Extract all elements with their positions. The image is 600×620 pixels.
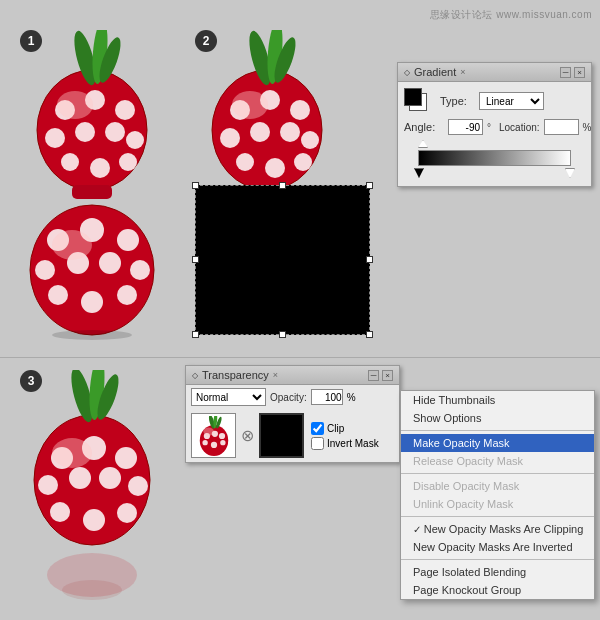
vase1-container: 1 (20, 30, 165, 340)
transparency-panel: ◇ Transparency × ─ × Normal Opacity: % (185, 365, 400, 463)
svg-point-24 (48, 285, 68, 305)
svg-point-10 (119, 153, 137, 171)
menu-item-new-clipping[interactable]: New Opacity Masks Are Clipping (401, 520, 594, 538)
thumb-vase-svg (194, 416, 234, 456)
gradient-type-row: Type: Linear (404, 88, 585, 114)
transparency-close-btn[interactable]: × (382, 370, 393, 381)
svg-point-52 (50, 502, 70, 522)
svg-point-35 (280, 122, 300, 142)
blend-opacity-row: Normal Opacity: % (186, 385, 399, 409)
menu-item-disable-opacity-mask: Disable Opacity Mask (401, 477, 594, 495)
clip-label: Clip (327, 423, 344, 434)
menu-item-hide-thumbnails[interactable]: Hide Thumbnails (401, 391, 594, 409)
invert-checkbox-row: Invert Mask (311, 437, 379, 450)
menu-item-page-knockout[interactable]: Page Knockout Group (401, 581, 594, 599)
badge-2: 2 (195, 30, 217, 52)
svg-point-22 (99, 252, 121, 274)
transparency-panel-titlebar: ◇ Transparency × ─ × (186, 366, 399, 385)
gradient-panel-title: ◇ Gradient × (404, 66, 465, 78)
gradient-title-text: Gradient (414, 66, 456, 78)
gradient-preview-rect (195, 185, 370, 335)
angle-input[interactable] (448, 119, 483, 135)
gradient-tab-indicator: × (460, 67, 465, 77)
vase3-container: 3 (20, 370, 165, 600)
top-section: 1 (0, 20, 600, 360)
mask-thumbnail[interactable] (259, 413, 304, 458)
gradient-bar[interactable] (418, 150, 571, 166)
clip-checkbox[interactable] (311, 422, 324, 435)
gradient-bar-container (404, 140, 585, 178)
gradient-minimize-btn[interactable]: ─ (560, 67, 571, 78)
chain-link-icon: ⊗ (241, 426, 254, 445)
svg-point-11 (57, 91, 93, 119)
opacity-input[interactable] (311, 389, 343, 405)
menu-item-show-options[interactable]: Show Options (401, 409, 594, 427)
transparency-minimize-btn[interactable]: ─ (368, 370, 379, 381)
svg-point-34 (250, 122, 270, 142)
clip-checkbox-row: Clip (311, 422, 379, 435)
gradient-panel-titlebar: ◇ Gradient × ─ × (398, 63, 591, 82)
menu-divider-3 (401, 516, 594, 517)
svg-point-68 (203, 427, 214, 435)
gradient-stop-top[interactable] (418, 140, 428, 148)
gradient-color-swatch (404, 88, 432, 114)
svg-point-19 (117, 229, 139, 251)
menu-divider-2 (401, 473, 594, 474)
separator-line (0, 357, 600, 358)
svg-point-27 (52, 230, 92, 260)
svg-rect-15 (72, 185, 112, 199)
gradient-stop-white[interactable] (565, 168, 575, 178)
vase-thumbnail[interactable] (191, 413, 236, 458)
invert-checkbox[interactable] (311, 437, 324, 450)
badge-1: 1 (20, 30, 42, 52)
svg-point-54 (117, 503, 137, 523)
gradient-close-btn[interactable]: × (574, 67, 585, 78)
vase2-container: 2 (195, 30, 340, 205)
svg-point-53 (83, 509, 105, 531)
svg-point-7 (126, 131, 144, 149)
thumbnail-row: ⊗ Clip Invert Mask (186, 409, 399, 462)
svg-point-25 (81, 291, 103, 313)
svg-point-36 (301, 131, 319, 149)
gradient-angle-row: Angle: ° Location: % (404, 119, 585, 135)
vase3-svg (20, 370, 165, 600)
location-label: Location: (499, 122, 540, 133)
gradient-panel: ◇ Gradient × ─ × Type: Linear (397, 62, 592, 187)
svg-point-67 (220, 440, 225, 445)
svg-point-9 (90, 158, 110, 178)
menu-item-new-inverted[interactable]: New Opacity Masks Are Inverted (401, 538, 594, 556)
location-input[interactable] (544, 119, 579, 135)
mask-options: Clip Invert Mask (311, 422, 379, 450)
svg-point-55 (52, 438, 92, 468)
badge-3: 3 (20, 370, 42, 392)
menu-item-unlink-opacity-mask: Unlink Opacity Mask (401, 495, 594, 513)
svg-point-23 (130, 260, 150, 280)
svg-point-47 (115, 447, 137, 469)
menu-item-make-opacity-mask[interactable]: Make Opacity Mask (401, 434, 594, 452)
degree-symbol: ° (487, 122, 491, 133)
opacity-percent: % (347, 392, 356, 403)
trans-panel-icon: ◇ (192, 371, 198, 380)
svg-point-32 (290, 100, 310, 120)
menu-divider-4 (401, 559, 594, 560)
svg-point-33 (220, 128, 240, 148)
gradient-type-select[interactable]: Linear (479, 92, 544, 110)
gradient-panel-content: Type: Linear Angle: ° Location: % (398, 82, 591, 186)
svg-point-50 (99, 467, 121, 489)
vase2-svg (195, 30, 340, 205)
gradient-top-stops (404, 140, 585, 150)
svg-point-65 (202, 440, 207, 445)
gradient-panel-controls: ─ × (560, 67, 585, 78)
type-label: Type: (440, 95, 475, 107)
gradient-stop-black[interactable] (414, 168, 424, 178)
svg-point-6 (105, 122, 125, 142)
opacity-label: Opacity: (270, 392, 307, 403)
svg-point-39 (294, 153, 312, 171)
angle-label: Angle: (404, 121, 444, 133)
blend-mode-select[interactable]: Normal (191, 388, 266, 406)
svg-point-51 (128, 476, 148, 496)
svg-point-64 (218, 432, 224, 438)
svg-point-60 (62, 580, 122, 600)
menu-item-page-isolated[interactable]: Page Isolated Blending (401, 563, 594, 581)
svg-point-66 (210, 441, 216, 447)
